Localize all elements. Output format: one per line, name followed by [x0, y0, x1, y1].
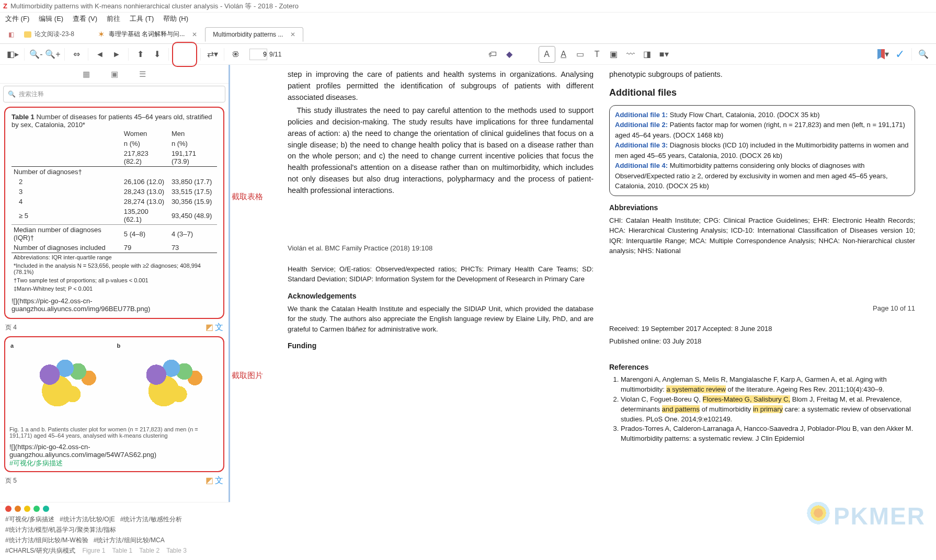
tag[interactable]: #CHARLS/研究/共病模式	[5, 547, 75, 554]
paragraph: step in improving the care of patients a…	[288, 69, 593, 103]
heading-references: References	[609, 362, 915, 373]
additional-files-box: Additional file 1: Study Flow Chart, Cat…	[609, 105, 915, 196]
note-icon[interactable]: ▭	[572, 46, 589, 63]
tab-label: 毒理学基础 名词解释与问...	[109, 30, 185, 39]
menu-help[interactable]: 帮助 (H)	[163, 14, 188, 24]
paragraph: Health Service; O/E-ratios: Observed/exp…	[288, 264, 593, 284]
outline-icon[interactable]: ☰	[139, 70, 146, 79]
zoom-out-icon[interactable]: 🔍-	[28, 46, 44, 63]
close-icon[interactable]: ✕	[192, 31, 197, 38]
page-up-icon[interactable]: ⬆	[132, 46, 149, 63]
menu-edit[interactable]: 编辑 (E)	[39, 14, 63, 24]
tag[interactable]: #统计方法/模型/机器学习/聚类算法/指标	[5, 526, 116, 533]
highlight-icon[interactable]: A	[539, 46, 555, 63]
published-line: Published online: 03 July 2018	[609, 336, 915, 347]
eraser-icon[interactable]: ◨	[639, 46, 656, 63]
left-column: step in improving the care of patients a…	[288, 69, 593, 444]
window-title: Multimorbidity patterns with K-means non…	[10, 2, 299, 11]
table-tag[interactable]: Table 2	[139, 547, 159, 554]
nav-fwd-icon[interactable]: ►	[108, 46, 125, 63]
note-image-link: ![](https://pic-go-42.oss-cn-guangzhou.a…	[9, 443, 219, 459]
ai-icon[interactable]: ֎	[227, 46, 244, 63]
collection-tab[interactable]: 论文阅读-23-8	[19, 28, 79, 41]
translate-icon-2[interactable]: 文	[215, 476, 223, 485]
zoom-in-icon[interactable]: 🔍+	[44, 46, 61, 63]
menu-file[interactable]: 文件 (F)	[5, 14, 29, 24]
check-icon[interactable]: ✓	[892, 46, 908, 63]
paragraph: phenotypic subgroups of patients.	[609, 69, 915, 81]
tag-icon[interactable]: 🏷	[484, 46, 501, 63]
tab-multimorbidity[interactable]: Multimorbidity patterns ... ✕	[205, 27, 303, 42]
translate-icon[interactable]: ◩	[206, 323, 213, 332]
draw-icon[interactable]: 〰	[622, 46, 639, 63]
annotation-image-card[interactable]: 截取图片 a b Fig. 1 a and b. Patients cluste…	[4, 336, 224, 472]
tags-panel: #可视化/多病描述#统计方法/比较/O|E#统计方法/敏感性分析 #统计方法/模…	[0, 502, 230, 560]
collection-label: 论文阅读-23-8	[35, 30, 74, 39]
page-input[interactable]	[249, 49, 267, 60]
note-footer: 页 5 ◩ 文	[5, 475, 223, 486]
thumbnails-icon[interactable]: ▦	[83, 70, 90, 79]
area-icon[interactable]: ▣	[606, 46, 622, 63]
tag[interactable]: #统计方法/组间比较/MCA	[94, 536, 165, 544]
received-line: Received: 19 September 2017 Accepted: 8 …	[609, 324, 915, 334]
fit-width-icon[interactable]: ⇔	[68, 46, 85, 63]
paragraph: CHI: Catalan Health Institute; CPG: Clin…	[609, 215, 915, 256]
reader-toolbar: ◧▸ 🔍- 🔍+ ⇔ ◄ ► ⬆ ⬇ ⇄▾ ֎ 9/11 🏷 ◆ A A ▭ T…	[0, 44, 936, 65]
share-icon[interactable]: ⇄▾	[204, 46, 221, 63]
wolfram-icon: ✶	[98, 29, 105, 39]
search-placeholder: 搜索注释	[19, 90, 44, 99]
sidebar-toggle[interactable]: ◧▸	[4, 46, 21, 63]
tag[interactable]: #统计方法/比较/O|E	[60, 516, 115, 523]
search-annotations[interactable]: 🔍 搜索注释	[3, 86, 225, 102]
menu-go[interactable]: 前往	[107, 14, 120, 24]
tag[interactable]: #统计方法/组间比较/M-W检验	[5, 536, 88, 544]
note-footer: 页 4 ◩ 文	[5, 322, 223, 333]
color-icon[interactable]: ■▾	[656, 46, 672, 63]
page-down-icon[interactable]: ⬇	[149, 46, 165, 63]
right-column: phenotypic subgroups of patients. Additi…	[609, 69, 915, 444]
heading-additional-files: Additional files	[609, 86, 915, 100]
menubar: 文件 (F) 编辑 (E) 查看 (V) 前往 工具 (T) 帮助 (H)	[0, 13, 936, 25]
parse-button[interactable]	[172, 42, 197, 67]
figure-tag[interactable]: Figure 1	[82, 547, 105, 554]
home-tab[interactable]: ◧	[3, 27, 19, 42]
tag[interactable]: #可视化/多病描述	[5, 516, 54, 523]
cluster-figure: a b	[9, 340, 219, 424]
highlighted-text: a systematic review	[666, 385, 725, 393]
menu-view[interactable]: 查看 (V)	[73, 14, 97, 24]
folder-icon	[24, 31, 31, 38]
translate-icon[interactable]: ◩	[206, 476, 213, 485]
text-icon[interactable]: T	[589, 46, 606, 63]
running-footer: Page 10 of 11	[609, 303, 915, 314]
note-tag: #可视化/多病描述	[9, 459, 219, 468]
menu-tools[interactable]: 工具 (T)	[130, 14, 154, 24]
translate-icon-2[interactable]: 文	[215, 323, 223, 332]
annotation-table-card[interactable]: 截取表格 Table 1 Number of diseases for pati…	[4, 107, 224, 319]
table-tag[interactable]: Table 3	[166, 547, 187, 554]
window-titlebar: Z Multimorbidity patterns with K-means n…	[0, 0, 936, 13]
watermark: PKMER	[803, 499, 926, 530]
tab-toxicology[interactable]: ✶ 毒理学基础 名词解释与问... ✕	[90, 26, 205, 43]
page-total: 9/11	[269, 51, 281, 58]
running-footer: Violán et al. BMC Family Practice (2018)…	[288, 243, 593, 254]
tag[interactable]: #统计方法/敏感性分析	[120, 516, 182, 523]
figure-caption: Fig. 1 a and b. Patients cluster plot fo…	[9, 426, 219, 439]
paragraph: We thank the Catalan Health Institute an…	[288, 304, 593, 335]
table-tag[interactable]: Table 1	[112, 547, 133, 554]
find-icon[interactable]: 🔍	[915, 46, 932, 63]
table-caption: Number of diseases for patients 45–64 ye…	[12, 113, 212, 129]
pdf-reader[interactable]: 进行解析 step in improving the care of patie…	[230, 65, 936, 546]
main-area: ▦ ▣ ☰ 🔍 搜索注释 截取表格 Table 1 Number of dise…	[0, 65, 936, 546]
tabbar: ◧ 论文阅读-23-8 ✶ 毒理学基础 名词解释与问... ✕ Multimor…	[0, 25, 936, 44]
underline-icon[interactable]: A	[555, 46, 572, 63]
nav-back-icon[interactable]: ◄	[92, 46, 108, 63]
color-dots	[5, 506, 225, 513]
paragraph: This study illustrates the need to pay c…	[288, 105, 593, 196]
tab-label: Multimorbidity patterns ...	[213, 31, 283, 38]
annotations-icon[interactable]: ▣	[111, 70, 118, 79]
note-image-link: ![](https://pic-go-42.oss-cn-guangzhou.a…	[12, 297, 217, 313]
heading-funding: Funding	[288, 340, 593, 351]
close-icon[interactable]: ✕	[290, 31, 295, 38]
bookmark-button[interactable]: ▾	[875, 46, 892, 63]
zotero-icon[interactable]: ◆	[501, 46, 518, 63]
